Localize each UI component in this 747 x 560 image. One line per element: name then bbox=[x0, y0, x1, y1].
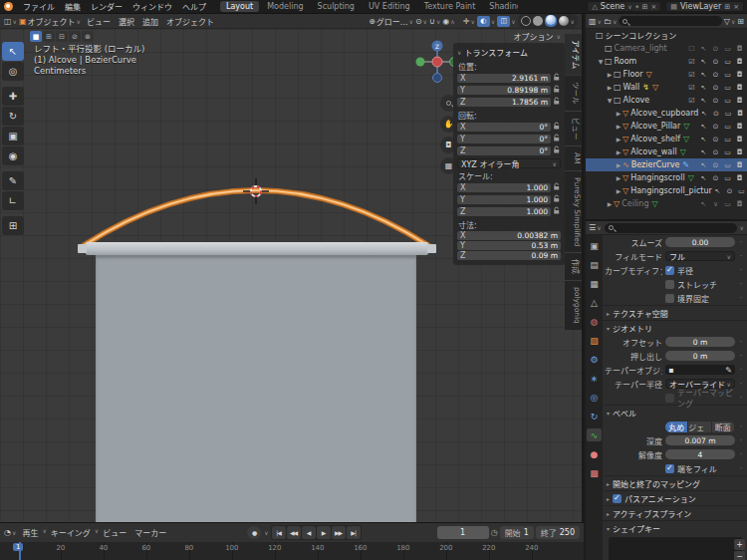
menu-ヘルプ[interactable]: ヘルプ bbox=[177, 1, 211, 12]
render-disable-icon[interactable]: ◘ bbox=[734, 123, 745, 131]
workspace-tab[interactable]: Modeling bbox=[261, 1, 309, 12]
select-mode-extend[interactable]: ⊞ bbox=[43, 31, 55, 42]
outliner-row[interactable]: ▶□Wall↯▽☑↖⊙▭◘ bbox=[586, 81, 747, 94]
lock-icon[interactable] bbox=[553, 206, 561, 217]
outliner-row[interactable]: ▶▽Alcove_shelf▽↖⊙▭◘ bbox=[586, 133, 747, 145]
viewport-disable-icon[interactable]: ▭ bbox=[722, 148, 733, 156]
value-field[interactable]: X0.00382 m bbox=[457, 231, 561, 240]
outliner-row[interactable]: □シーンコレクション bbox=[586, 29, 747, 42]
move-tool[interactable]: ✚ bbox=[2, 87, 24, 106]
expand-arrow-icon[interactable]: ▶ bbox=[606, 84, 614, 91]
rotate-tool[interactable]: ↻ bbox=[2, 107, 24, 126]
value-field[interactable]: Y1.000 bbox=[457, 195, 551, 204]
render-disable-icon[interactable]: ◘ bbox=[734, 174, 745, 182]
transform-panel-header[interactable]: ∨トランスフォーム bbox=[457, 47, 561, 58]
viewport-disable-icon[interactable]: ▭ bbox=[736, 187, 747, 195]
outliner-row[interactable]: □Camera_light☐↖⊙▭◘ bbox=[586, 42, 747, 55]
viewlayer-selector[interactable]: ▤ ViewLayer ⊞ × bbox=[665, 1, 744, 12]
selectable-icon[interactable]: ↖ bbox=[698, 148, 709, 156]
pin-icon[interactable]: ⌖ bbox=[635, 3, 639, 11]
value-field[interactable]: Y0.53 m bbox=[457, 241, 561, 250]
constraints-tab[interactable]: ↻ bbox=[587, 410, 602, 422]
render-tab[interactable]: ▣ bbox=[587, 239, 602, 252]
expand-arrow-icon[interactable]: ▶ bbox=[615, 148, 622, 155]
expand-arrow-icon[interactable]: ▶ bbox=[615, 110, 622, 117]
selectable-icon[interactable]: ↖ bbox=[698, 174, 709, 182]
scene-selector[interactable]: △ Scene ∨ ⌖ ⊞ × bbox=[587, 1, 661, 12]
value-field[interactable]: Z1.000 bbox=[457, 207, 551, 216]
exclude-checkbox[interactable]: ☑ bbox=[686, 71, 697, 79]
material-tab[interactable]: ● bbox=[587, 447, 602, 460]
render-disable-icon[interactable]: ◘ bbox=[734, 84, 745, 92]
select-mode-new[interactable]: ■ bbox=[30, 31, 42, 42]
value-slider[interactable]: 0.00 bbox=[665, 237, 735, 247]
prev-keyframe-button[interactable]: ◀◀ bbox=[287, 526, 301, 539]
record-button[interactable]: ● bbox=[247, 526, 261, 539]
hide-eye-icon[interactable]: ⊙ bbox=[710, 71, 721, 79]
jump-end-button[interactable]: ▶| bbox=[347, 526, 361, 539]
jump-start-button[interactable]: |◀ bbox=[272, 526, 286, 539]
selectable-icon[interactable]: ↖ bbox=[698, 161, 709, 169]
viewport-disable-icon[interactable]: ▭ bbox=[722, 71, 733, 79]
render-disable-icon[interactable]: ◘ bbox=[734, 45, 745, 53]
options-dropdown[interactable]: オプション∨ bbox=[453, 30, 565, 43]
outliner-row[interactable]: ▶▽Ceiling▽↖∨▭◘ bbox=[586, 197, 747, 210]
close-icon[interactable]: × bbox=[733, 3, 739, 11]
hide-eye-icon[interactable]: ⊙ bbox=[724, 187, 735, 195]
viewport-menu-ビュー[interactable]: ビュー bbox=[83, 16, 115, 27]
filter-button[interactable]: ▽∨ bbox=[724, 17, 736, 26]
new-collection-button[interactable]: ⊞ bbox=[737, 17, 744, 26]
viewport-disable-icon[interactable]: ▭ bbox=[722, 97, 733, 105]
lock-icon[interactable] bbox=[553, 194, 561, 205]
value-field[interactable]: Z1.7856 m bbox=[457, 98, 551, 107]
cursor-tool[interactable]: ◎ bbox=[2, 62, 24, 81]
panel-header-テクスチャ空間[interactable]: ▸テクスチャ空間 bbox=[603, 305, 747, 320]
workspace-tab[interactable]: Shading bbox=[483, 1, 518, 12]
panel-header-パスアニメーション[interactable]: ▸パスアニメーション bbox=[603, 490, 747, 505]
shape-key-listbox[interactable] bbox=[609, 537, 743, 560]
segment-丸め[interactable]: 丸め bbox=[665, 421, 688, 432]
gizmos-dropdown[interactable]: ✛∨ bbox=[463, 17, 475, 26]
viewport-disable-icon[interactable]: ▭ bbox=[722, 161, 733, 169]
menu-レンダー[interactable]: レンダー bbox=[86, 1, 127, 12]
expand-arrow-icon[interactable]: ▶ bbox=[615, 123, 622, 130]
selectable-icon[interactable]: ↖ bbox=[698, 45, 709, 53]
npanel-tab-PureSky Simplified[interactable]: PureSky Simplified bbox=[565, 171, 583, 253]
render-disable-icon[interactable]: ◘ bbox=[734, 200, 745, 208]
next-keyframe-button[interactable]: ▶▶ bbox=[332, 526, 346, 539]
shading-wireframe-icon[interactable] bbox=[521, 16, 531, 26]
viewport-menu-選択[interactable]: 選択 bbox=[115, 16, 138, 27]
close-icon[interactable]: × bbox=[650, 3, 656, 11]
value-field[interactable]: X0° bbox=[457, 123, 551, 132]
panel-header-アクティブスプライン[interactable]: ▸アクティブスプライン bbox=[603, 505, 747, 520]
expand-arrow-icon[interactable]: ▶ bbox=[615, 187, 622, 194]
viewport-disable-icon[interactable]: ▭ bbox=[722, 45, 733, 53]
expand-arrow-icon[interactable]: ▶ bbox=[606, 71, 614, 78]
remove-shape-key-button[interactable]: − bbox=[734, 551, 745, 560]
viewport-menu-追加[interactable]: 追加 bbox=[138, 16, 162, 27]
snap-toggle[interactable]: ∪∨ bbox=[429, 17, 440, 26]
shading-rendered-icon[interactable] bbox=[559, 16, 569, 26]
select-box-tool[interactable]: ↖ bbox=[2, 42, 24, 61]
outliner-row[interactable]: ▼□Room☑↖⊙▭◘ bbox=[586, 55, 747, 68]
value-field[interactable]: Y0.89198 m bbox=[457, 86, 551, 95]
outliner-row[interactable]: ▶▽Alcove_Pillar▽↖⊙▭◘ bbox=[586, 120, 747, 133]
viewport-3d[interactable]: ◫ ∨ ▣ オブジェクト∨ ビュー選択追加オブジェクト ⊕ グロー...∨ ⊙∨… bbox=[0, 14, 584, 522]
particles-tab[interactable]: ∗ bbox=[587, 372, 602, 385]
render-disable-icon[interactable]: ◘ bbox=[734, 148, 745, 156]
lock-icon[interactable] bbox=[553, 182, 561, 193]
hide-eye-icon[interactable]: ⊙ bbox=[710, 45, 721, 53]
xray-toggle[interactable]: ◫∨ bbox=[497, 16, 515, 27]
viewport-disable-icon[interactable]: ▭ bbox=[722, 136, 733, 143]
npanel-tab-ビュー[interactable]: ビュー bbox=[565, 112, 583, 146]
play-reverse-button[interactable]: ◀ bbox=[302, 526, 316, 539]
viewport-disable-icon[interactable]: ▭ bbox=[722, 200, 733, 208]
modifiers-tab[interactable]: ⚙ bbox=[587, 353, 602, 366]
npanel-tab-アイテム[interactable]: アイテム bbox=[565, 34, 583, 75]
value-field[interactable]: Z0.09 m bbox=[457, 251, 561, 260]
frame-end-field[interactable]: 終了250 bbox=[536, 526, 580, 539]
render-disable-icon[interactable]: ◘ bbox=[734, 97, 745, 105]
expand-arrow-icon[interactable]: ▶ bbox=[615, 161, 622, 168]
panel-header-開始と終了のマッピング[interactable]: ▸開始と終了のマッピング bbox=[603, 475, 747, 490]
hide-eye-icon[interactable]: ⊙ bbox=[710, 136, 721, 143]
